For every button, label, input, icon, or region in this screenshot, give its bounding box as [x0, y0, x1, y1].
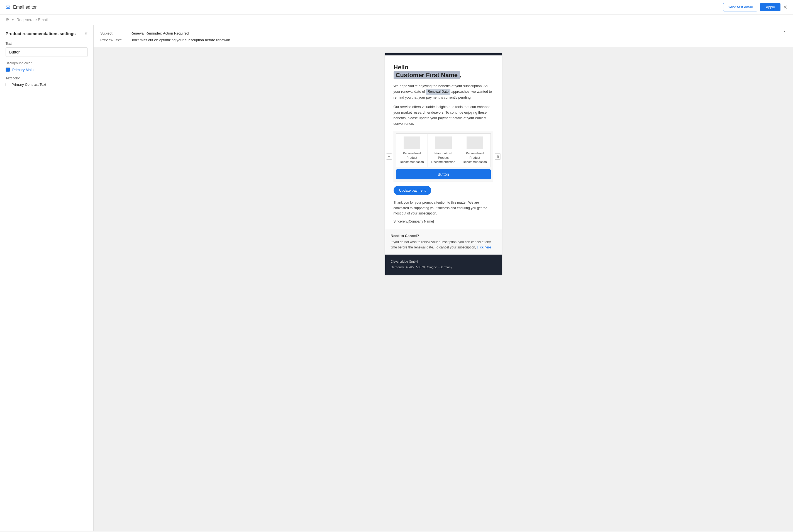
product-label-2: Personalized Product Recommendation [430, 151, 457, 164]
update-payment-label[interactable]: Update payment [394, 186, 431, 195]
preview-label: Preview Text: [100, 38, 128, 42]
renewal-date-pill: Renewal Date [426, 89, 450, 95]
subject-label: Subject: [100, 31, 128, 35]
cancel-title: Need to Cancel? [391, 234, 496, 238]
bg-color-label: Background color [5, 61, 88, 65]
greeting-comma: , [460, 72, 461, 79]
recs-toolbar-right: 🗑 [495, 153, 501, 159]
text-field-label: Text [5, 42, 88, 46]
email-para-2: Our service offers valuable insights and… [394, 104, 493, 127]
preview-row: Preview Text: Don't miss out on optimizi… [100, 37, 786, 43]
product-label-3: Personalized Product Recommendation [461, 151, 488, 164]
product-image-2 [435, 136, 452, 149]
bg-color-row: Primary Main [5, 68, 88, 72]
bg-color-swatch[interactable] [5, 68, 10, 72]
cancel-text: If you do not wish to renew your subscri… [391, 240, 496, 250]
company-name: Cleverbridge GmbH [391, 259, 496, 265]
company-address: Gereonstr. 43-65 · 50670 Cologne · Germa… [391, 265, 496, 270]
left-panel: Product recommendations settings ✕ Text … [0, 25, 94, 531]
add-block-icon[interactable]: + [386, 153, 392, 159]
close-icon[interactable]: ✕ [783, 4, 788, 10]
preview-value: Don't miss out on optimizing your subscr… [130, 38, 230, 42]
cancel-text-content: If you do not wish to renew your subscri… [391, 240, 491, 249]
product-image-3 [467, 136, 483, 149]
gear-icon: ⚙ [5, 17, 9, 22]
cta-button[interactable]: Button [396, 169, 491, 179]
panel-title: Product recommendations settings [5, 31, 76, 36]
email-para-1: We hope you're enjoying the benefits of … [394, 83, 493, 100]
panel-close-icon[interactable]: ✕ [84, 31, 88, 36]
bg-color-name: Primary Main [12, 68, 34, 72]
sparkle-icon: ✦ [12, 18, 14, 22]
text-color-section-label: Text color [5, 76, 88, 80]
product-card-1: Personalized Product Recommendation [396, 134, 428, 167]
product-card-2: Personalized Product Recommendation [428, 134, 459, 167]
cancel-section: Need to Cancel? If you do not wish to re… [385, 229, 502, 254]
greeting-line: Hello Customer First Name, [394, 64, 493, 79]
product-label-1: Personalized Product Recommendation [399, 151, 425, 164]
top-bar-right: Send test email Apply ✕ [723, 3, 788, 12]
product-card-3: Personalized Product Recommendation [459, 134, 491, 167]
main-layout: Product recommendations settings ✕ Text … [0, 25, 793, 531]
text-input[interactable] [5, 48, 88, 57]
footer-para: Thank you for your prompt attention to t… [394, 200, 493, 216]
email-preview: Hello Customer First Name, We hope you'r… [385, 53, 502, 275]
top-bar: ✉ Email editor Send test email Apply ✕ [0, 0, 793, 15]
text-color-row: Primary Contrast Text [5, 82, 88, 87]
update-payment-button[interactable]: Update payment [394, 182, 493, 199]
top-bar-left: ✉ Email editor [5, 4, 37, 11]
collapse-button[interactable]: ⌃ [783, 30, 786, 36]
product-recommendations-block: + 🗑 Personalized Product Recommendation [394, 131, 493, 182]
email-preview-wrapper: Hello Customer First Name, We hope you'r… [94, 48, 793, 281]
subject-value: Renewal Reminder: Action Required [130, 31, 189, 35]
app-title: Email editor [13, 5, 37, 10]
text-color-checkbox[interactable] [5, 83, 9, 86]
text-color-name: Primary Contrast Text [12, 82, 46, 87]
product-image-1 [403, 136, 420, 149]
regen-label[interactable]: Regenerate Email [16, 18, 48, 22]
right-content: Subject: Renewal Reminder: Action Requir… [94, 25, 793, 531]
email-meta: Subject: Renewal Reminder: Action Requir… [94, 25, 793, 48]
product-grid: Personalized Product Recommendation Pers… [396, 133, 491, 167]
email-footer-dark: Cleverbridge GmbH Gereonstr. 43-65 · 506… [385, 254, 502, 274]
regen-bar: ⚙ ✦ Regenerate Email [0, 15, 793, 25]
apply-button[interactable]: Apply [760, 3, 780, 11]
email-icon: ✉ [5, 4, 10, 11]
panel-header: Product recommendations settings ✕ [5, 31, 88, 36]
email-body: Hello Customer First Name, We hope you'r… [385, 55, 502, 229]
greeting-text: Hello [394, 64, 409, 71]
send-test-email-button[interactable]: Send test email [723, 3, 758, 12]
sincerely: Sincerely,[Company Name] [394, 220, 493, 223]
email-header-bar [385, 53, 502, 55]
cancel-link[interactable]: click here [477, 245, 491, 249]
customer-name-pill: Customer First Name [394, 71, 460, 79]
recs-toolbar-left: + [386, 153, 392, 159]
subject-row: Subject: Renewal Reminder: Action Requir… [100, 29, 786, 37]
delete-block-icon[interactable]: 🗑 [495, 153, 501, 159]
